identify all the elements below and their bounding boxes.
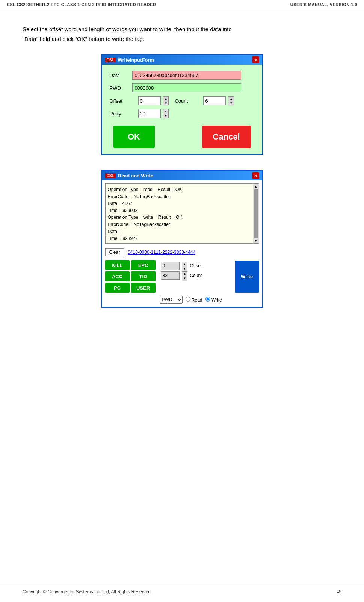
log-area-wrapper: Operation Type = read Result = OK ErrorC…: [105, 183, 259, 244]
pwd-input[interactable]: [132, 83, 241, 92]
offset-count-row: Offset ▲ ▼ Count ▲ ▼: [110, 96, 255, 105]
rw-offset-up[interactable]: ▲: [182, 262, 187, 267]
log-line-4: Time = 929003: [108, 207, 251, 214]
offset-up-arrow[interactable]: ▲: [163, 97, 169, 101]
log-text-area: Operation Type = read Result = OK ErrorC…: [106, 184, 253, 243]
rw-count-down[interactable]: ▼: [182, 276, 187, 281]
offset-spinner-arrows: ▲ ▼: [163, 96, 169, 105]
retry-spinner-group: ▲ ▼: [138, 109, 169, 118]
log-line-5: Operation Type = write Result = OK: [108, 214, 251, 221]
count-up-arrow[interactable]: ▲: [228, 97, 234, 101]
write-dialog-close-button[interactable]: ×: [252, 56, 259, 63]
intro-line2: “Data” field and click “OK” button to wr…: [23, 36, 144, 42]
clear-link-row: Clear 0410-0000-1111-2222-3333-4444: [102, 247, 262, 258]
log-line-1: Operation Type = read Result = OK: [108, 186, 251, 193]
pwd-field-row: PWD: [110, 83, 255, 92]
radio-read-label[interactable]: Read: [186, 297, 202, 303]
offset-down-arrow[interactable]: ▼: [163, 101, 169, 106]
mem-row-1: KILL EPC: [105, 260, 156, 270]
scroll-thumb: [254, 189, 258, 238]
radio-write-label[interactable]: Write: [205, 297, 222, 303]
write-input-dialog: CSL WriteInputForm × Data PWD Offse: [101, 54, 263, 155]
intro-line1: Select the offset word and length of wor…: [23, 26, 232, 32]
memory-button-columns: KILL EPC ACC TID PC USER: [105, 260, 156, 293]
page-footer: Copyright © Convergence Systems Limited,…: [0, 586, 364, 594]
main-content: Select the offset word and length of wor…: [0, 9, 364, 345]
write-button-container: Write: [235, 260, 259, 293]
header-title-right: USER'S MANUAL, VERSION 1.0: [290, 2, 357, 7]
page: CSL CS203ETHER-2 EPC CLASS 1 GEN 2 RFID …: [0, 0, 364, 602]
rw-count-input[interactable]: [161, 271, 180, 280]
read-write-dialog: CSL Read and Write × Operation Type = re…: [101, 170, 263, 308]
rw-dialog-close-button[interactable]: ×: [252, 172, 259, 179]
pwd-select[interactable]: PWD KL ACC: [160, 296, 183, 304]
read-write-radio-group: Read Write: [186, 297, 222, 303]
rw-offset-label: Offset: [190, 263, 205, 268]
page-header: CSL CS203ETHER-2 EPC CLASS 1 GEN 2 RFID …: [0, 0, 364, 9]
log-scrollbar[interactable]: ▲ ▼: [253, 184, 259, 243]
retry-input[interactable]: [138, 109, 161, 118]
write-dialog-buttons: OK Cancel: [110, 126, 255, 148]
rw-count-up[interactable]: ▲: [182, 272, 187, 276]
user-button[interactable]: USER: [131, 283, 156, 293]
count-input[interactable]: [203, 96, 226, 105]
csl-logo-rw: CSL: [105, 173, 116, 178]
retry-down-arrow[interactable]: ▼: [163, 114, 169, 118]
rw-count-arrows: ▲ ▼: [182, 271, 188, 280]
rw-dialog-title: Read and Write: [118, 173, 153, 179]
write-dialog-title: WriteInputForm: [118, 57, 154, 63]
bottom-controls-row: PWD KL ACC Read Write: [102, 294, 262, 307]
rw-offset-input[interactable]: [161, 262, 180, 270]
radio-read[interactable]: [186, 297, 190, 302]
log-line-6: ErrorCode = NoTagBackscatter: [108, 221, 251, 228]
log-container: Operation Type = read Result = OK ErrorC…: [105, 183, 259, 244]
acc-button[interactable]: ACC: [105, 271, 130, 281]
data-input[interactable]: [132, 71, 241, 80]
radio-write-text: Write: [211, 297, 222, 303]
mem-row-3: PC USER: [105, 283, 156, 293]
tag-link[interactable]: 0410-0000-1111-2222-3333-4444: [128, 250, 195, 255]
write-dialog-titlebar: CSL WriteInputForm ×: [102, 55, 262, 65]
footer-copyright: Copyright © Convergence Systems Limited,…: [23, 589, 151, 594]
rw-dialog-title-left: CSL Read and Write: [105, 173, 153, 179]
data-label: Data: [110, 73, 132, 78]
clear-button[interactable]: Clear: [105, 248, 124, 256]
tid-button[interactable]: TID: [131, 271, 156, 281]
count-down-arrow[interactable]: ▼: [228, 101, 234, 106]
rw-offset-arrows: ▲ ▼: [182, 262, 188, 270]
log-line-7: Data =: [108, 228, 251, 235]
scroll-up-arrow[interactable]: ▲: [254, 185, 258, 188]
memory-write-area: KILL EPC ACC TID PC USER: [102, 258, 262, 294]
retry-spinner-arrows: ▲ ▼: [163, 109, 169, 118]
log-line-3: Data = 4567: [108, 200, 251, 207]
retry-label: Retry: [110, 111, 132, 117]
rw-offset-down[interactable]: ▼: [182, 267, 187, 271]
kill-button[interactable]: KILL: [105, 260, 130, 270]
offset-label: Offset: [110, 98, 132, 104]
radio-write[interactable]: [205, 297, 210, 302]
offset-spinner-group: ▲ ▼: [138, 96, 169, 105]
footer-page: 45: [337, 589, 341, 594]
epc-button[interactable]: EPC: [131, 260, 156, 270]
count-spinner-group: ▲ ▼: [203, 96, 234, 105]
mem-row-2: ACC TID: [105, 271, 156, 281]
rw-dialog-body: Operation Type = read Result = OK ErrorC…: [102, 183, 262, 307]
count-spinner-arrows: ▲ ▼: [228, 96, 234, 105]
rw-offset-row: ▲ ▼ Offset: [161, 262, 205, 270]
header-title-left: CSL CS203ETHER-2 EPC CLASS 1 GEN 2 RFID …: [7, 2, 156, 7]
offset-count-area: ▲ ▼ Offset ▲ ▼ Count: [161, 262, 205, 293]
cancel-button[interactable]: Cancel: [202, 126, 251, 148]
csl-logo-write: CSL: [105, 58, 116, 62]
log-line-8: Time = 928927: [108, 235, 251, 242]
retry-up-arrow[interactable]: ▲: [163, 109, 169, 114]
pwd-label: PWD: [110, 85, 132, 91]
rw-count-label: Count: [190, 273, 205, 278]
scroll-down-arrow[interactable]: ▼: [254, 239, 258, 243]
log-line-9: Operation Type = read Result = OK: [108, 242, 251, 243]
pc-button[interactable]: PC: [105, 283, 130, 293]
log-line-2: ErrorCode = NoTagBackscatter: [108, 193, 251, 200]
retry-row: Retry ▲ ▼: [110, 109, 255, 118]
write-button[interactable]: Write: [235, 261, 259, 293]
offset-input[interactable]: [138, 96, 161, 105]
ok-button[interactable]: OK: [113, 126, 155, 148]
